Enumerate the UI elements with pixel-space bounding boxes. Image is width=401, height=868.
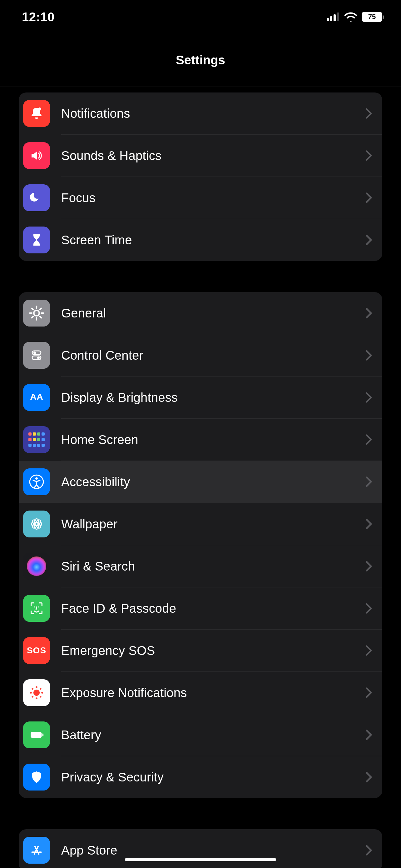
chevron-right-icon: [365, 234, 372, 246]
settings-group-2: General Control Center AA Display & Brig…: [19, 292, 382, 798]
row-label: Display & Brightness: [61, 391, 365, 405]
row-controlcenter[interactable]: Control Center: [19, 334, 382, 376]
row-label: Exposure Notifications: [61, 686, 365, 700]
chevron-right-icon: [365, 729, 372, 741]
row-label: Wallpaper: [61, 517, 365, 531]
svg-line-12: [32, 316, 33, 318]
row-sounds[interactable]: Sounds & Haptics: [19, 135, 382, 177]
controlcenter-icon: [23, 342, 50, 369]
svg-rect-42: [42, 733, 44, 736]
chevron-right-icon: [365, 771, 372, 783]
chevron-right-icon: [365, 307, 372, 319]
row-label: Home Screen: [61, 433, 365, 447]
row-label: Screen Time: [61, 233, 365, 247]
row-privacy[interactable]: Privacy & Security: [19, 756, 382, 798]
row-screentime[interactable]: Screen Time: [19, 219, 382, 261]
row-appstore[interactable]: App Store: [19, 829, 382, 868]
chevron-right-icon: [365, 150, 372, 161]
wifi-icon: [344, 12, 357, 22]
svg-point-35: [30, 692, 32, 694]
chevron-right-icon: [365, 392, 372, 403]
row-focus[interactable]: Focus: [19, 177, 382, 219]
row-label: Sounds & Haptics: [61, 149, 365, 163]
svg-point-36: [41, 692, 43, 694]
row-label: Notifications: [61, 106, 365, 121]
svg-point-15: [33, 351, 36, 354]
chevron-right-icon: [365, 603, 372, 614]
row-label: Accessibility: [61, 475, 365, 489]
general-icon: [23, 300, 50, 327]
row-label: Focus: [61, 191, 365, 205]
settings-list: Notifications Sounds & Haptics Focus Scr…: [0, 92, 401, 868]
row-label: General: [61, 306, 365, 320]
screentime-icon: [23, 226, 50, 253]
svg-rect-1: [330, 16, 332, 21]
chevron-right-icon: [365, 108, 372, 119]
row-accessibility[interactable]: Accessibility: [19, 461, 382, 503]
svg-rect-3: [337, 12, 339, 21]
svg-line-10: [32, 308, 33, 310]
exposure-icon: [23, 679, 50, 706]
svg-point-33: [36, 686, 37, 688]
siri-icon: [23, 553, 50, 580]
status-time: 12:10: [22, 10, 55, 24]
row-label: Control Center: [61, 348, 365, 363]
wallpaper-icon: [23, 510, 50, 537]
chevron-right-icon: [365, 645, 372, 656]
battery-row-icon: [23, 721, 50, 748]
cellular-icon: [327, 12, 340, 21]
svg-rect-0: [327, 18, 329, 21]
privacy-icon: [23, 764, 50, 790]
chevron-right-icon: [365, 844, 372, 856]
battery-level: 75: [368, 13, 376, 21]
row-notifications[interactable]: Notifications: [19, 92, 382, 134]
home-indicator[interactable]: [125, 858, 276, 861]
faceid-icon: [23, 595, 50, 622]
chevron-right-icon: [365, 434, 372, 445]
svg-point-39: [32, 696, 33, 698]
status-bar: 12:10 75: [0, 0, 401, 34]
row-label: Siri & Search: [61, 559, 365, 574]
row-general[interactable]: General: [19, 292, 382, 334]
svg-point-17: [37, 356, 40, 359]
row-faceid[interactable]: Face ID & Passcode: [19, 587, 382, 629]
sounds-icon: [23, 142, 50, 169]
display-icon: AA: [23, 384, 50, 411]
svg-point-20: [35, 477, 38, 479]
chevron-right-icon: [365, 192, 372, 204]
svg-point-34: [36, 698, 37, 699]
homescreen-icon: [23, 426, 50, 453]
appstore-icon: [23, 837, 50, 864]
row-wallpaper[interactable]: Wallpaper: [19, 503, 382, 545]
row-label: Battery: [61, 728, 365, 742]
svg-rect-2: [334, 14, 336, 21]
svg-rect-41: [31, 732, 41, 738]
status-indicators: 75: [327, 12, 382, 22]
row-sos[interactable]: SOS Emergency SOS: [19, 629, 382, 672]
svg-point-31: [38, 607, 39, 608]
settings-group-3: App Store: [19, 829, 382, 868]
row-homescreen[interactable]: Home Screen: [19, 419, 382, 461]
svg-point-32: [33, 690, 40, 696]
svg-line-11: [40, 316, 41, 318]
notifications-icon: [23, 100, 50, 127]
row-label: App Store: [61, 843, 365, 857]
accessibility-icon: [23, 468, 50, 495]
svg-point-5: [34, 310, 39, 316]
row-siri[interactable]: Siri & Search: [19, 545, 382, 587]
sos-icon: SOS: [23, 637, 50, 664]
row-label: Face ID & Passcode: [61, 601, 365, 616]
svg-text:AA: AA: [30, 392, 43, 402]
svg-point-38: [40, 688, 41, 690]
svg-point-30: [34, 607, 35, 608]
row-exposure[interactable]: Exposure Notifications: [19, 672, 382, 714]
page-title: Settings: [176, 53, 225, 67]
settings-group-1: Notifications Sounds & Haptics Focus Scr…: [19, 92, 382, 261]
focus-icon: [23, 184, 50, 211]
row-label: Emergency SOS: [61, 644, 365, 658]
row-display[interactable]: AA Display & Brightness: [19, 376, 382, 418]
chevron-right-icon: [365, 687, 372, 698]
chevron-right-icon: [365, 476, 372, 488]
chevron-right-icon: [365, 518, 372, 530]
row-battery[interactable]: Battery: [19, 714, 382, 756]
